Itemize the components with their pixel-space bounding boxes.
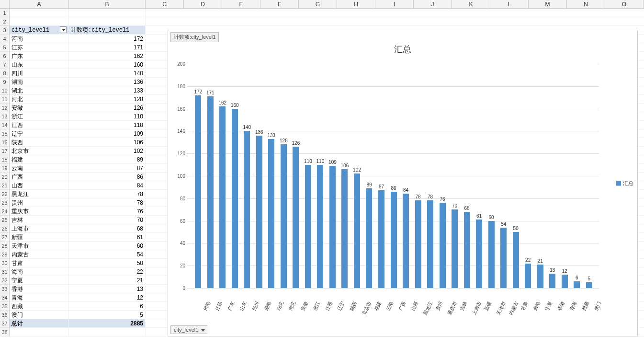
chart-bar[interactable] bbox=[219, 106, 226, 288]
pivot-row-value[interactable]: 12 bbox=[69, 293, 146, 301]
pivot-row-value[interactable]: 6 bbox=[69, 302, 146, 310]
row-number[interactable]: 17 bbox=[0, 147, 9, 155]
row-number[interactable]: 3 bbox=[0, 26, 9, 35]
pivot-row-name[interactable]: 上海市 bbox=[10, 224, 69, 232]
pivot-value-header[interactable]: 计数项:city_level1 bbox=[69, 26, 146, 34]
chart-bar[interactable] bbox=[440, 203, 446, 288]
pivot-row-name[interactable]: 云南 bbox=[10, 164, 69, 172]
chart-bar[interactable] bbox=[317, 165, 323, 288]
pivot-row-value[interactable]: 21 bbox=[69, 276, 146, 284]
pivot-row-value[interactable]: 140 bbox=[69, 69, 146, 77]
row-number[interactable]: 7 bbox=[0, 60, 9, 69]
cell[interactable] bbox=[10, 17, 69, 25]
pivot-row-name[interactable]: 黑龙江 bbox=[10, 190, 69, 198]
chart-bar[interactable] bbox=[305, 165, 311, 288]
chart-bar[interactable] bbox=[378, 190, 384, 288]
pivot-row-name[interactable]: 浙江 bbox=[10, 112, 69, 120]
chart-axis-filter-button[interactable]: city_level1 bbox=[170, 325, 207, 334]
pivot-row-name[interactable]: 北京市 bbox=[10, 147, 69, 155]
chart-bar[interactable] bbox=[354, 174, 360, 288]
cell[interactable] bbox=[10, 328, 69, 336]
pivot-row-value[interactable]: 106 bbox=[69, 138, 146, 146]
row-number[interactable]: 20 bbox=[0, 173, 9, 181]
pivot-row-value[interactable]: 22 bbox=[69, 267, 146, 276]
row-number[interactable]: 36 bbox=[0, 311, 9, 319]
row-number[interactable]: 35 bbox=[0, 302, 9, 311]
pivot-row-value[interactable]: 68 bbox=[69, 224, 146, 232]
row-number[interactable]: 18 bbox=[0, 155, 9, 164]
pivot-row-name[interactable]: 江苏 bbox=[10, 43, 69, 51]
chart-bar[interactable] bbox=[244, 131, 250, 288]
row-number[interactable]: 24 bbox=[0, 207, 9, 216]
column-header[interactable]: G bbox=[299, 0, 337, 8]
chart-bar[interactable] bbox=[256, 136, 262, 288]
chart-series-filter-button[interactable]: 计数项:city_level1 bbox=[170, 32, 219, 42]
pivot-row-name[interactable]: 贵州 bbox=[10, 198, 69, 207]
pivot-row-name[interactable]: 陕西 bbox=[10, 138, 69, 146]
pivot-row-value[interactable]: 61 bbox=[69, 233, 146, 241]
pivot-row-value[interactable]: 78 bbox=[69, 198, 146, 207]
chart-bar[interactable] bbox=[391, 192, 397, 288]
pivot-row-value[interactable]: 84 bbox=[69, 181, 146, 189]
chart-bar[interactable] bbox=[207, 96, 214, 288]
row-number[interactable]: 23 bbox=[0, 198, 9, 207]
row-number[interactable]: 11 bbox=[0, 95, 9, 104]
row-number[interactable]: 32 bbox=[0, 276, 9, 285]
column-header[interactable]: A bbox=[10, 0, 69, 8]
pivot-row-value[interactable]: 87 bbox=[69, 164, 146, 172]
pivot-row-value[interactable]: 109 bbox=[69, 129, 146, 138]
pivot-row-name[interactable]: 湖北 bbox=[10, 86, 69, 94]
pivot-row-name[interactable]: 重庆市 bbox=[10, 207, 69, 215]
chart-bar[interactable] bbox=[366, 188, 372, 288]
chart-bar[interactable] bbox=[537, 265, 543, 288]
row-number[interactable]: 2 bbox=[0, 17, 9, 26]
pivot-row-name[interactable]: 山东 bbox=[10, 60, 69, 69]
row-number[interactable]: 28 bbox=[0, 242, 9, 250]
row-number[interactable]: 10 bbox=[0, 86, 9, 95]
pivot-row-value[interactable]: 89 bbox=[69, 155, 146, 163]
pivot-row-value[interactable]: 110 bbox=[69, 121, 146, 129]
cell[interactable] bbox=[10, 9, 69, 17]
row-number[interactable]: 4 bbox=[0, 35, 9, 43]
pivot-row-value[interactable]: 162 bbox=[69, 52, 146, 60]
pivot-row-value[interactable]: 86 bbox=[69, 173, 146, 181]
row-number[interactable]: 37 bbox=[0, 319, 9, 328]
row-number[interactable]: 27 bbox=[0, 233, 9, 242]
pivot-row-value[interactable]: 78 bbox=[69, 190, 146, 198]
pivot-field-header[interactable]: city_level1 bbox=[10, 26, 69, 34]
pivot-row-name[interactable]: 西藏 bbox=[10, 302, 69, 310]
row-number[interactable]: 5 bbox=[0, 43, 9, 52]
chart-bar[interactable] bbox=[549, 274, 555, 288]
pivot-field-dropdown-icon[interactable] bbox=[60, 26, 67, 33]
chart-bar[interactable] bbox=[232, 109, 238, 288]
row-number[interactable]: 16 bbox=[0, 138, 9, 147]
chart-bar[interactable] bbox=[415, 200, 421, 288]
pivot-total-value[interactable]: 2885 bbox=[69, 319, 146, 327]
row-number[interactable]: 33 bbox=[0, 285, 9, 293]
pivot-row-value[interactable]: 13 bbox=[69, 285, 146, 293]
column-header[interactable]: E bbox=[222, 0, 260, 8]
pivot-row-name[interactable]: 广西 bbox=[10, 173, 69, 181]
pivot-row-name[interactable]: 江西 bbox=[10, 121, 69, 129]
chart-bar[interactable] bbox=[488, 221, 495, 288]
pivot-row-name[interactable]: 宁夏 bbox=[10, 276, 69, 284]
chart-bar[interactable] bbox=[427, 200, 433, 288]
pivot-row-value[interactable]: 50 bbox=[69, 259, 146, 267]
column-header[interactable]: F bbox=[260, 0, 299, 8]
pivot-row-name[interactable]: 甘肃 bbox=[10, 259, 69, 267]
chart-bar[interactable] bbox=[195, 95, 201, 288]
pivot-row-name[interactable]: 福建 bbox=[10, 155, 69, 163]
pivot-row-name[interactable]: 广东 bbox=[10, 52, 69, 60]
chart-bar[interactable] bbox=[525, 264, 531, 288]
pivot-row-value[interactable]: 171 bbox=[69, 43, 146, 51]
chart-bar[interactable] bbox=[513, 232, 519, 288]
pivot-row-name[interactable]: 香港 bbox=[10, 285, 69, 293]
row-number[interactable]: 6 bbox=[0, 52, 9, 60]
row-number[interactable]: 14 bbox=[0, 121, 9, 129]
row-number[interactable]: 13 bbox=[0, 112, 9, 121]
chart-bar[interactable] bbox=[586, 282, 592, 288]
pivot-row-value[interactable]: 126 bbox=[69, 104, 146, 112]
row-number[interactable]: 19 bbox=[0, 164, 9, 173]
row-number[interactable]: 25 bbox=[0, 216, 9, 224]
column-header[interactable]: I bbox=[375, 0, 414, 8]
